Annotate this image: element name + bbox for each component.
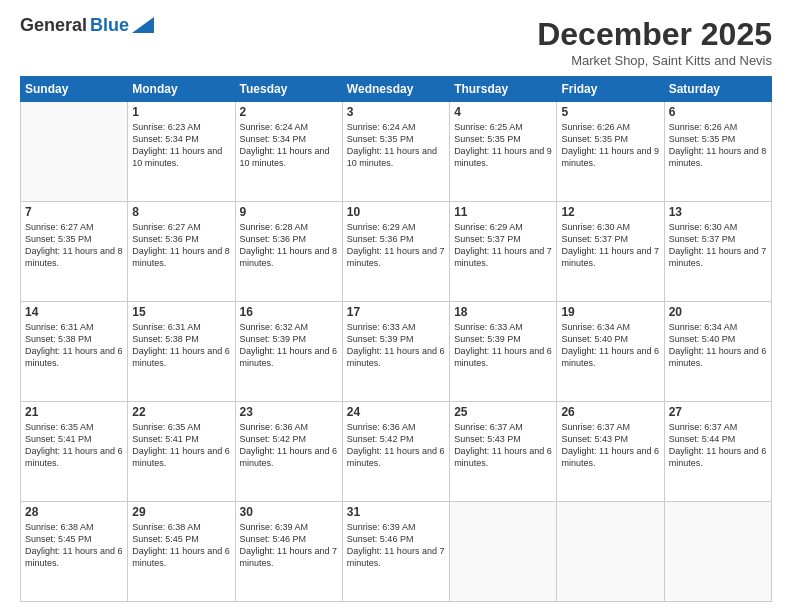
day-number: 10 <box>347 205 445 219</box>
table-row: 23Sunrise: 6:36 AM Sunset: 5:42 PM Dayli… <box>235 402 342 502</box>
cell-info: Sunrise: 6:31 AM Sunset: 5:38 PM Dayligh… <box>25 321 123 370</box>
table-row: 3Sunrise: 6:24 AM Sunset: 5:35 PM Daylig… <box>342 102 449 202</box>
table-row: 16Sunrise: 6:32 AM Sunset: 5:39 PM Dayli… <box>235 302 342 402</box>
cell-info: Sunrise: 6:29 AM Sunset: 5:36 PM Dayligh… <box>347 221 445 270</box>
day-number: 1 <box>132 105 230 119</box>
day-number: 31 <box>347 505 445 519</box>
table-row: 4Sunrise: 6:25 AM Sunset: 5:35 PM Daylig… <box>450 102 557 202</box>
cell-info: Sunrise: 6:35 AM Sunset: 5:41 PM Dayligh… <box>25 421 123 470</box>
location-text: Market Shop, Saint Kitts and Nevis <box>537 53 772 68</box>
table-row: 19Sunrise: 6:34 AM Sunset: 5:40 PM Dayli… <box>557 302 664 402</box>
calendar-row-2: 14Sunrise: 6:31 AM Sunset: 5:38 PM Dayli… <box>21 302 772 402</box>
day-number: 5 <box>561 105 659 119</box>
svg-marker-0 <box>132 17 154 33</box>
day-number: 7 <box>25 205 123 219</box>
table-row <box>450 502 557 602</box>
day-number: 17 <box>347 305 445 319</box>
table-row: 20Sunrise: 6:34 AM Sunset: 5:40 PM Dayli… <box>664 302 771 402</box>
calendar-row-1: 7Sunrise: 6:27 AM Sunset: 5:35 PM Daylig… <box>21 202 772 302</box>
table-row: 2Sunrise: 6:24 AM Sunset: 5:34 PM Daylig… <box>235 102 342 202</box>
table-row: 8Sunrise: 6:27 AM Sunset: 5:36 PM Daylig… <box>128 202 235 302</box>
day-number: 28 <box>25 505 123 519</box>
table-row: 14Sunrise: 6:31 AM Sunset: 5:38 PM Dayli… <box>21 302 128 402</box>
title-area: December 2025 Market Shop, Saint Kitts a… <box>537 16 772 68</box>
cell-info: Sunrise: 6:29 AM Sunset: 5:37 PM Dayligh… <box>454 221 552 270</box>
cell-info: Sunrise: 6:37 AM Sunset: 5:43 PM Dayligh… <box>454 421 552 470</box>
table-row: 12Sunrise: 6:30 AM Sunset: 5:37 PM Dayli… <box>557 202 664 302</box>
cell-info: Sunrise: 6:39 AM Sunset: 5:46 PM Dayligh… <box>240 521 338 570</box>
col-saturday: Saturday <box>664 77 771 102</box>
table-row: 1Sunrise: 6:23 AM Sunset: 5:34 PM Daylig… <box>128 102 235 202</box>
day-number: 25 <box>454 405 552 419</box>
cell-info: Sunrise: 6:34 AM Sunset: 5:40 PM Dayligh… <box>561 321 659 370</box>
day-number: 13 <box>669 205 767 219</box>
col-monday: Monday <box>128 77 235 102</box>
day-number: 20 <box>669 305 767 319</box>
cell-info: Sunrise: 6:25 AM Sunset: 5:35 PM Dayligh… <box>454 121 552 170</box>
cell-info: Sunrise: 6:34 AM Sunset: 5:40 PM Dayligh… <box>669 321 767 370</box>
table-row: 11Sunrise: 6:29 AM Sunset: 5:37 PM Dayli… <box>450 202 557 302</box>
cell-info: Sunrise: 6:35 AM Sunset: 5:41 PM Dayligh… <box>132 421 230 470</box>
day-number: 27 <box>669 405 767 419</box>
cell-info: Sunrise: 6:23 AM Sunset: 5:34 PM Dayligh… <box>132 121 230 170</box>
day-number: 21 <box>25 405 123 419</box>
col-sunday: Sunday <box>21 77 128 102</box>
table-row: 31Sunrise: 6:39 AM Sunset: 5:46 PM Dayli… <box>342 502 449 602</box>
day-number: 11 <box>454 205 552 219</box>
table-row: 15Sunrise: 6:31 AM Sunset: 5:38 PM Dayli… <box>128 302 235 402</box>
cell-info: Sunrise: 6:30 AM Sunset: 5:37 PM Dayligh… <box>561 221 659 270</box>
day-number: 2 <box>240 105 338 119</box>
cell-info: Sunrise: 6:37 AM Sunset: 5:43 PM Dayligh… <box>561 421 659 470</box>
table-row: 5Sunrise: 6:26 AM Sunset: 5:35 PM Daylig… <box>557 102 664 202</box>
cell-info: Sunrise: 6:26 AM Sunset: 5:35 PM Dayligh… <box>561 121 659 170</box>
table-row: 26Sunrise: 6:37 AM Sunset: 5:43 PM Dayli… <box>557 402 664 502</box>
table-row: 22Sunrise: 6:35 AM Sunset: 5:41 PM Dayli… <box>128 402 235 502</box>
table-row: 18Sunrise: 6:33 AM Sunset: 5:39 PM Dayli… <box>450 302 557 402</box>
logo-general-text: General <box>20 16 87 34</box>
table-row <box>21 102 128 202</box>
cell-info: Sunrise: 6:30 AM Sunset: 5:37 PM Dayligh… <box>669 221 767 270</box>
calendar-row-3: 21Sunrise: 6:35 AM Sunset: 5:41 PM Dayli… <box>21 402 772 502</box>
cell-info: Sunrise: 6:33 AM Sunset: 5:39 PM Dayligh… <box>347 321 445 370</box>
table-row <box>557 502 664 602</box>
col-thursday: Thursday <box>450 77 557 102</box>
cell-info: Sunrise: 6:24 AM Sunset: 5:35 PM Dayligh… <box>347 121 445 170</box>
day-number: 24 <box>347 405 445 419</box>
cell-info: Sunrise: 6:27 AM Sunset: 5:36 PM Dayligh… <box>132 221 230 270</box>
calendar-header-row: Sunday Monday Tuesday Wednesday Thursday… <box>21 77 772 102</box>
day-number: 19 <box>561 305 659 319</box>
cell-info: Sunrise: 6:38 AM Sunset: 5:45 PM Dayligh… <box>25 521 123 570</box>
col-tuesday: Tuesday <box>235 77 342 102</box>
day-number: 14 <box>25 305 123 319</box>
logo: General Blue <box>20 16 154 34</box>
table-row: 6Sunrise: 6:26 AM Sunset: 5:35 PM Daylig… <box>664 102 771 202</box>
cell-info: Sunrise: 6:33 AM Sunset: 5:39 PM Dayligh… <box>454 321 552 370</box>
table-row <box>664 502 771 602</box>
table-row: 28Sunrise: 6:38 AM Sunset: 5:45 PM Dayli… <box>21 502 128 602</box>
table-row: 24Sunrise: 6:36 AM Sunset: 5:42 PM Dayli… <box>342 402 449 502</box>
cell-info: Sunrise: 6:36 AM Sunset: 5:42 PM Dayligh… <box>347 421 445 470</box>
cell-info: Sunrise: 6:36 AM Sunset: 5:42 PM Dayligh… <box>240 421 338 470</box>
table-row: 25Sunrise: 6:37 AM Sunset: 5:43 PM Dayli… <box>450 402 557 502</box>
day-number: 4 <box>454 105 552 119</box>
cell-info: Sunrise: 6:39 AM Sunset: 5:46 PM Dayligh… <box>347 521 445 570</box>
table-row: 7Sunrise: 6:27 AM Sunset: 5:35 PM Daylig… <box>21 202 128 302</box>
table-row: 29Sunrise: 6:38 AM Sunset: 5:45 PM Dayli… <box>128 502 235 602</box>
header: General Blue December 2025 Market Shop, … <box>20 16 772 68</box>
cell-info: Sunrise: 6:32 AM Sunset: 5:39 PM Dayligh… <box>240 321 338 370</box>
table-row: 10Sunrise: 6:29 AM Sunset: 5:36 PM Dayli… <box>342 202 449 302</box>
day-number: 8 <box>132 205 230 219</box>
calendar-row-4: 28Sunrise: 6:38 AM Sunset: 5:45 PM Dayli… <box>21 502 772 602</box>
logo-triangle-icon <box>132 17 154 33</box>
table-row: 17Sunrise: 6:33 AM Sunset: 5:39 PM Dayli… <box>342 302 449 402</box>
day-number: 26 <box>561 405 659 419</box>
table-row: 13Sunrise: 6:30 AM Sunset: 5:37 PM Dayli… <box>664 202 771 302</box>
logo-blue-text: Blue <box>90 16 129 34</box>
calendar-table: Sunday Monday Tuesday Wednesday Thursday… <box>20 76 772 602</box>
day-number: 22 <box>132 405 230 419</box>
cell-info: Sunrise: 6:28 AM Sunset: 5:36 PM Dayligh… <box>240 221 338 270</box>
table-row: 21Sunrise: 6:35 AM Sunset: 5:41 PM Dayli… <box>21 402 128 502</box>
cell-info: Sunrise: 6:24 AM Sunset: 5:34 PM Dayligh… <box>240 121 338 170</box>
day-number: 9 <box>240 205 338 219</box>
day-number: 3 <box>347 105 445 119</box>
